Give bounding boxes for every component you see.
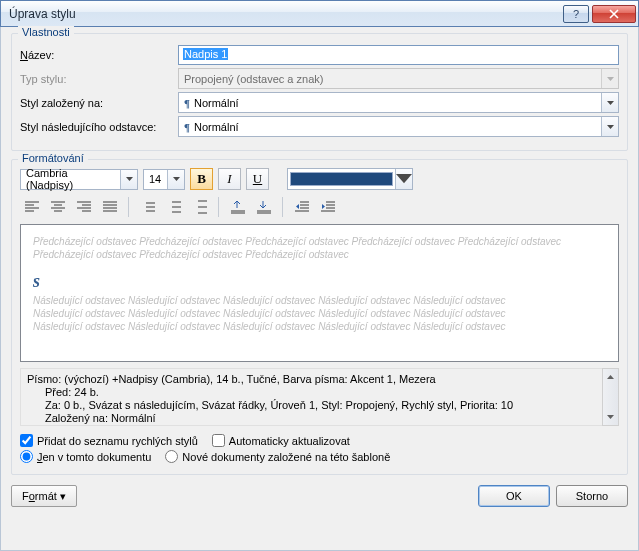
align-right-button[interactable] [72,196,95,218]
description-line: Před: 24 b. [27,386,596,399]
space-before-dec-button[interactable] [252,196,275,218]
titlebar: Úprava stylu ? [0,0,639,27]
indent-decrease-button[interactable] [290,196,313,218]
align-left-button[interactable] [20,196,43,218]
chevron-down-icon[interactable] [601,117,618,136]
indent-increase-button[interactable] [316,196,339,218]
name-input[interactable]: Nadpis 1 [178,45,619,65]
align-justify-button[interactable] [98,196,121,218]
preview-after-text: Následující odstavec Následující odstave… [33,307,606,320]
preview-sample-text: s [33,275,606,288]
new-template-radio[interactable]: Nové dokumenty založené na této šabloně [165,450,390,463]
ok-button[interactable]: OK [478,485,550,507]
preview-after-text: Následující odstavec Následující odstave… [33,320,606,333]
preview-after-text: Následující odstavec Následující odstave… [33,294,606,307]
color-swatch [290,172,393,186]
bold-button[interactable]: B [190,168,213,190]
chevron-down-icon[interactable] [601,93,618,112]
chevron-down-icon[interactable] [120,170,137,189]
font-color-combo[interactable] [287,168,413,190]
format-menu-button[interactable]: Formát ▾ [11,485,77,507]
name-label: Název: [20,49,170,61]
based-on-label: Styl založený na: [20,97,170,109]
chevron-down-icon[interactable] [167,170,184,189]
scroll-down-icon[interactable] [603,409,618,425]
preview-before-text: Předcházející odstavec Předcházející ods… [33,235,606,261]
quick-styles-checkbox[interactable]: Přidat do seznamu rychlých stylů [20,434,198,447]
underline-button[interactable]: U [246,168,269,190]
align-center-button[interactable] [46,196,69,218]
properties-legend: Vlastnosti [18,26,74,38]
description-line: Založený na: Normální [27,412,596,425]
only-this-doc-radio[interactable]: Jen v tomto dokumentu [20,450,151,463]
line-spacing-1-button[interactable] [136,196,159,218]
following-style-combo[interactable]: ¶Normální [178,116,619,137]
space-before-inc-button[interactable] [226,196,249,218]
chevron-down-icon[interactable] [395,169,412,189]
window-title: Úprava stylu [9,7,563,21]
font-combo[interactable]: Cambria (Nadpisy) [20,169,138,190]
cancel-button[interactable]: Storno [556,485,628,507]
preview-area: Předcházející odstavec Předcházející ods… [20,224,619,362]
close-button[interactable] [592,5,636,23]
following-style-label: Styl následujícího odstavce: [20,121,170,133]
help-button[interactable]: ? [563,5,589,23]
auto-update-checkbox[interactable]: Automaticky aktualizovat [212,434,350,447]
description-line: Písmo: (výchozí) +Nadpisy (Cambria), 14 … [27,373,596,386]
description-area: Písmo: (výchozí) +Nadpisy (Cambria), 14 … [20,368,619,426]
type-label: Typ stylu: [20,73,170,85]
line-spacing-15-button[interactable] [162,196,185,218]
scroll-up-icon[interactable] [603,369,618,385]
line-spacing-2-button[interactable] [188,196,211,218]
formatting-group: Formátování Cambria (Nadpisy) 14 B I U [11,159,628,475]
description-scrollbar[interactable] [602,368,619,426]
description-line: Za: 0 b., Svázat s následujícím, Svázat … [27,399,596,412]
italic-button[interactable]: I [218,168,241,190]
properties-group: Vlastnosti Název: Nadpis 1 Typ stylu: Pr… [11,33,628,151]
type-combo: Propojený (odstavec a znak) [178,68,619,89]
chevron-down-icon [601,69,618,88]
size-combo[interactable]: 14 [143,169,185,190]
formatting-legend: Formátování [18,152,88,164]
based-on-combo[interactable]: ¶Normální [178,92,619,113]
